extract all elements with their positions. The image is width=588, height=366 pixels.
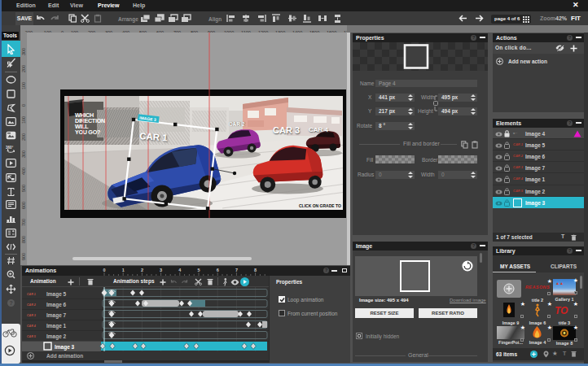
svg-text:100: 100 [21, 116, 26, 124]
svg-text:100: 100 [21, 82, 26, 89]
svg-text:300: 300 [21, 150, 26, 158]
svg-text:CAR 5: CAR 5 [27, 335, 37, 338]
svg-text:8: 8 [254, 268, 257, 272]
svg-text:5: 5 [198, 268, 200, 272]
svg-text:Image 3: Image 3 [55, 344, 75, 351]
svg-text:200: 200 [21, 65, 26, 72]
svg-text:Image 1: Image 1 [46, 323, 67, 329]
svg-text:CAR 2: CAR 2 [27, 303, 36, 307]
svg-text:CAR 4: CAR 4 [309, 126, 329, 133]
svg-text:6: 6 [217, 268, 219, 272]
svg-text:CAR 3: CAR 3 [273, 125, 300, 135]
svg-text:0: 0 [21, 104, 26, 107]
svg-text:700: 700 [21, 219, 26, 226]
svg-text:Image 2: Image 2 [46, 333, 67, 340]
svg-text:Image 6: Image 6 [46, 302, 67, 308]
svg-text:2: 2 [141, 268, 143, 272]
svg-text:YOU GO?: YOU GO? [75, 129, 100, 136]
svg-text:800: 800 [21, 236, 26, 243]
svg-text:900: 900 [21, 253, 26, 260]
svg-text:?: ? [10, 300, 13, 306]
svg-text:600: 600 [21, 202, 26, 209]
svg-text:CAR 4: CAR 4 [27, 325, 36, 328]
svg-text:0: 0 [103, 268, 106, 272]
svg-text:CLICK ON GRADE TO: CLICK ON GRADE TO [299, 203, 341, 208]
svg-text:Image 5: Image 5 [46, 291, 67, 298]
svg-text:500: 500 [21, 185, 26, 192]
svg-text:200: 200 [21, 133, 26, 141]
svg-text:3: 3 [160, 268, 162, 272]
svg-text:1: 1 [122, 268, 125, 272]
svg-text:300: 300 [21, 48, 26, 55]
svg-text:4: 4 [178, 268, 182, 272]
svg-text:7: 7 [235, 268, 238, 272]
svg-text:400: 400 [21, 168, 26, 175]
svg-text:CAR 1: CAR 1 [139, 131, 169, 142]
svg-text:CAR 3: CAR 3 [27, 314, 36, 317]
svg-text:CAR 2: CAR 2 [229, 121, 245, 127]
svg-text:CAR 1: CAR 1 [27, 293, 36, 296]
svg-text:360°: 360° [6, 146, 14, 150]
svg-text:Image 7: Image 7 [46, 312, 67, 319]
